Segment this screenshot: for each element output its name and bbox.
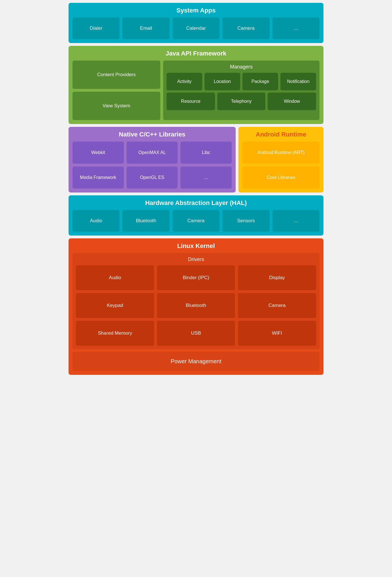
java-api-title: Java API Framework	[73, 50, 319, 57]
app-more: ...	[272, 18, 319, 39]
view-system: View System	[73, 92, 160, 120]
runtime-art: Android Runtime (ART)	[242, 142, 319, 164]
driver-camera: Camera	[238, 293, 316, 318]
native-libc: Libc	[180, 142, 232, 164]
native-libs-title: Native C/C++ Libraries	[73, 131, 232, 138]
app-camera: Camera	[222, 18, 269, 39]
native-runtime-row: Native C/C++ Libraries Webkit OpenMAX AL…	[69, 127, 323, 193]
native-grid: Webkit OpenMAX AL Libc Media Framework O…	[73, 142, 232, 189]
drivers-title: Drivers	[76, 257, 316, 262]
drivers-grid: Audio Binder (IPC) Display Keypad Blueto…	[76, 265, 316, 346]
hal-title: Hardware Abstraction Layer (HAL)	[73, 199, 319, 207]
content-providers: Content Providers	[73, 61, 160, 89]
manager-location: Location	[204, 73, 240, 90]
native-webkit: Webkit	[73, 142, 124, 164]
hal-camera: Camera	[172, 210, 220, 232]
android-runtime-layer: Android Runtime Android Runtime (ART) Co…	[238, 127, 323, 193]
native-more: ...	[180, 166, 232, 189]
managers-grid: Activity Location Package Notification R…	[167, 73, 316, 110]
managers-row-2: Resource Telephony Window	[167, 93, 316, 110]
linux-kernel-title: Linux Kernel	[73, 242, 319, 250]
manager-activity: Activity	[167, 73, 202, 90]
system-apps-title: System Apps	[73, 7, 319, 14]
hal-sensors: Sensors	[222, 210, 269, 232]
drivers-section: Drivers Audio Binder (IPC) Display Keypa…	[73, 253, 319, 349]
drivers-row-2: Keypad Bluetooth Camera	[76, 293, 316, 318]
driver-display: Display	[238, 265, 316, 290]
driver-usb: USB	[157, 321, 235, 346]
manager-resource: Resource	[167, 93, 215, 110]
hal-audio: Audio	[73, 210, 120, 232]
managers-section: Managers Activity Location Package Notif…	[163, 61, 319, 120]
native-openmax: OpenMAX AL	[127, 142, 178, 164]
hal-more: ...	[272, 210, 319, 232]
hal-layer: Hardware Abstraction Layer (HAL) Audio B…	[69, 195, 323, 236]
native-media: Media Framework	[73, 166, 124, 189]
manager-window: Window	[268, 93, 316, 110]
hal-items: Audio Bluetooth Camera Sensors ...	[73, 210, 319, 232]
app-dialer: Dialer	[73, 18, 120, 39]
native-libs-layer: Native C/C++ Libraries Webkit OpenMAX AL…	[69, 127, 236, 193]
drivers-row-3: Shared Memory USB WIFI	[76, 321, 316, 346]
android-runtime-title: Android Runtime	[242, 131, 319, 138]
runtime-items: Android Runtime (ART) Core Libraries	[242, 142, 319, 189]
managers-title: Managers	[167, 64, 316, 70]
driver-keypad: Keypad	[76, 293, 154, 318]
app-email: Email	[122, 18, 169, 39]
android-architecture-diagram: System Apps Dialer Email Calendar Camera…	[69, 3, 323, 375]
app-calendar: Calendar	[172, 18, 220, 39]
driver-audio: Audio	[76, 265, 154, 290]
system-apps-row: Dialer Email Calendar Camera ...	[73, 18, 319, 39]
managers-row-1: Activity Location Package Notification	[167, 73, 316, 90]
java-api-inner: Content Providers View System Managers A…	[73, 61, 319, 120]
native-row-1: Webkit OpenMAX AL Libc	[73, 142, 232, 164]
system-apps-layer: System Apps Dialer Email Calendar Camera…	[69, 3, 323, 43]
native-opengl: OpenGL ES	[127, 166, 178, 189]
driver-binder: Binder (IPC)	[157, 265, 235, 290]
drivers-row-1: Audio Binder (IPC) Display	[76, 265, 316, 290]
native-row-2: Media Framework OpenGL ES ...	[73, 166, 232, 189]
java-api-layer: Java API Framework Content Providers Vie…	[69, 46, 323, 124]
java-api-left: Content Providers View System	[73, 61, 160, 120]
driver-shared-memory: Shared Memory	[76, 321, 154, 346]
hal-bluetooth: Bluetooth	[122, 210, 169, 232]
driver-wifi: WIFI	[238, 321, 316, 346]
manager-package: Package	[242, 73, 278, 90]
manager-notification: Notification	[280, 73, 316, 90]
runtime-core-libs: Core Libraries	[242, 166, 319, 189]
linux-kernel-layer: Linux Kernel Drivers Audio Binder (IPC) …	[69, 238, 323, 375]
manager-telephony: Telephony	[217, 93, 266, 110]
power-management: Power Management	[73, 352, 319, 371]
driver-bluetooth: Bluetooth	[157, 293, 235, 318]
